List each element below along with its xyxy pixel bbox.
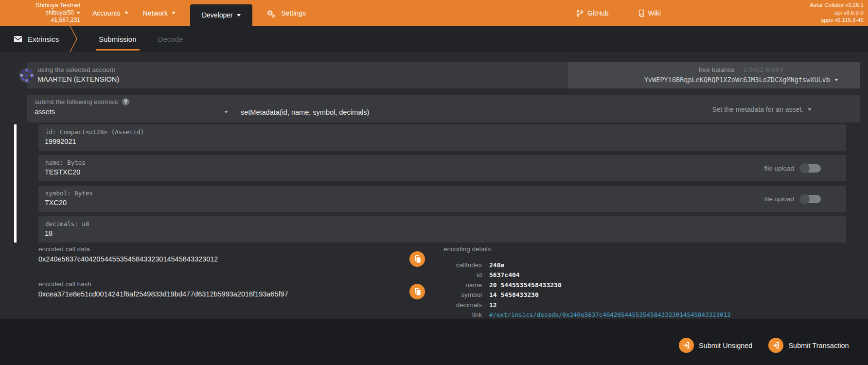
tab-submission[interactable]: Submission: [99, 26, 137, 52]
tab-decode-label: Decode: [158, 35, 183, 43]
nav-accounts[interactable]: Accounts: [92, 0, 128, 26]
nav-accounts-label: Accounts: [92, 9, 121, 17]
method-description: Set the metadata for an asset.: [712, 105, 803, 113]
top-header: Shibuya Testnet shibuya/50 #1,567,231 Ac…: [0, 0, 868, 26]
nav-settings[interactable]: Settings: [267, 0, 306, 26]
submit-transaction-button[interactable]: Submit Transaction: [768, 338, 849, 353]
pallet-select[interactable]: assets: [35, 108, 228, 116]
file-upload-label: file upload: [764, 165, 794, 172]
network-name: Shibuya Testnet: [0, 1, 80, 9]
encoding-row-link: link #/extrinsics/decode/0x240e5637c4042…: [402, 310, 731, 320]
encoding-row-value: 240e: [489, 261, 504, 269]
tab-bar: Extrinsics Submission Decode: [0, 26, 868, 52]
encoding-row-label: link: [402, 311, 482, 318]
chevron-down-icon: [237, 14, 241, 17]
method-select[interactable]: setMetadata(id, name, symbol, decimals): [241, 108, 369, 116]
tabs: Submission Decode: [99, 26, 183, 52]
extrinsics-page: Shibuya Testnet shibuya/50 #1,567,231 Ac…: [0, 0, 868, 365]
account-hint-label: using the selected account: [37, 66, 119, 74]
file-upload-control: file upload: [764, 155, 821, 181]
encoding-details-title: encoding details: [443, 245, 491, 253]
decode-link[interactable]: #/extrinsics/decode/0x240e5637c404205445…: [489, 311, 731, 318]
page-footer: Submit Unsigned Submit Transaction: [0, 319, 868, 365]
chevron-down-icon: [76, 12, 80, 14]
submit-transaction-label: Submit Transaction: [788, 342, 849, 349]
nav-settings-label: Settings: [281, 9, 306, 17]
network-selector[interactable]: Shibuya Testnet shibuya/50 #1,567,231: [0, 1, 80, 24]
settings-gears-icon: [267, 9, 278, 17]
param-decimals-label: decimals: u8: [45, 220, 89, 227]
chevron-down-icon: [224, 111, 228, 113]
encoded-call-hash-label: encoded call hash: [38, 280, 91, 288]
encoding-row-callindex: callIndex 240e: [402, 260, 731, 270]
block-number: #1,567,231: [0, 17, 80, 24]
section-divider-chevron: [69, 26, 81, 52]
version-info: Astar Collator v3.26.1 api v8.6.3-9 apps…: [810, 1, 864, 24]
section-title: Extrinsics: [14, 26, 59, 52]
encoding-row-label: decimals: [402, 301, 482, 309]
encoding-row-value: 12: [489, 301, 497, 309]
param-name-label: name: Bytes: [45, 159, 86, 166]
encoding-row-symbol: symbol 14 5458433230: [402, 290, 731, 300]
free-balance-row: free balance 2.0452 MSBY: [568, 62, 860, 73]
encoding-details: callIndex 240e id 5637c404 name 20 54455…: [402, 260, 731, 320]
github-label: GitHub: [587, 9, 609, 17]
param-id-label: id: Compact<u128> (AssetId): [45, 128, 144, 136]
account-identicon: [18, 67, 35, 84]
encoding-row-id: id 5637c404: [402, 270, 731, 280]
method-description-select[interactable]: Set the metadata for an asset.: [712, 105, 812, 113]
apps-version: apps v0.115.3-46: [810, 17, 864, 24]
account-address-select[interactable]: free balance 2.0452 MSBY YvWEPYi6BRqpLeK…: [568, 62, 860, 88]
section-title-label: Extrinsics: [28, 35, 59, 43]
extrinsics-icon: [14, 35, 22, 43]
encoded-call-hash-value: 0xcea371e8e51cd0014241f6af2549833d19bd47…: [38, 290, 288, 298]
encoding-row-value: 20 5445535458433230: [489, 281, 562, 289]
encoding-row-decimals: decimals 12: [402, 300, 731, 310]
file-upload-toggle[interactable]: [800, 195, 821, 203]
encoding-row-label: callIndex: [402, 261, 482, 269]
param-field-name: name: Bytes TESTXC20 file upload: [38, 155, 846, 181]
chevron-down-icon: [124, 12, 128, 14]
nav-network[interactable]: Network: [143, 0, 176, 26]
file-upload-toggle[interactable]: [800, 164, 821, 173]
extrinsic-panel: submit the following extrinsic assets se…: [27, 95, 860, 122]
wiki-link[interactable]: Wiki: [638, 9, 661, 17]
account-display: using the selected account MAARTEN (EXTE…: [37, 66, 119, 85]
main-menu: Accounts Network Developer Settings: [92, 0, 306, 26]
encoding-row-value: 5637c404: [489, 271, 520, 278]
param-name-input[interactable]: TESTXC20: [45, 168, 80, 176]
free-balance-label: free balance: [698, 66, 734, 73]
github-link[interactable]: GitHub: [576, 9, 609, 17]
param-symbol-input[interactable]: TXC20: [45, 199, 67, 207]
external-links: GitHub Wiki: [576, 0, 661, 26]
git-branch-icon: [576, 9, 584, 17]
tab-decode[interactable]: Decode: [158, 26, 183, 52]
sign-in-icon: [679, 338, 694, 353]
param-decimals-input[interactable]: 18: [45, 229, 53, 237]
account-address-row[interactable]: YvWEPYi6BRqpLeKQRQP1XZoWc6JM3LoZDCXgMNgt…: [568, 73, 860, 84]
chevron-down-icon: [808, 108, 812, 111]
api-version: api v8.6.3-9: [810, 9, 864, 17]
encoding-row-label: name: [402, 281, 482, 289]
submit-unsigned-label: Submit Unsigned: [699, 342, 752, 349]
param-symbol-label: symbol: Bytes: [45, 190, 93, 197]
nav-network-label: Network: [143, 9, 168, 17]
param-field-id: id: Compact<u128> (AssetId) 19992021: [38, 124, 846, 151]
file-upload-control: file upload: [764, 186, 821, 212]
submit-unsigned-button[interactable]: Submit Unsigned: [679, 338, 752, 353]
param-field-symbol: symbol: Bytes TXC20 file upload: [38, 186, 846, 212]
pallet-value: assets: [35, 108, 55, 116]
nav-developer-label: Developer: [202, 11, 233, 19]
encoding-row-label: id: [402, 271, 482, 278]
param-field-decimals: decimals: u8 18: [38, 216, 846, 243]
extrinsic-hint-label: submit the following extrinsic: [35, 98, 118, 105]
nav-developer[interactable]: Developer: [190, 4, 252, 26]
toggle-knob: [799, 194, 810, 204]
account-panel: using the selected account MAARTEN (EXTE…: [27, 62, 860, 88]
help-icon[interactable]: [122, 98, 129, 105]
network-chain: shibuya/50: [46, 9, 74, 17]
param-id-input[interactable]: 19992021: [45, 138, 76, 145]
file-upload-label: file upload: [764, 195, 794, 203]
action-buttons: Submit Unsigned Submit Transaction: [679, 338, 849, 353]
account-name: MAARTEN (EXTENSION): [37, 74, 119, 85]
